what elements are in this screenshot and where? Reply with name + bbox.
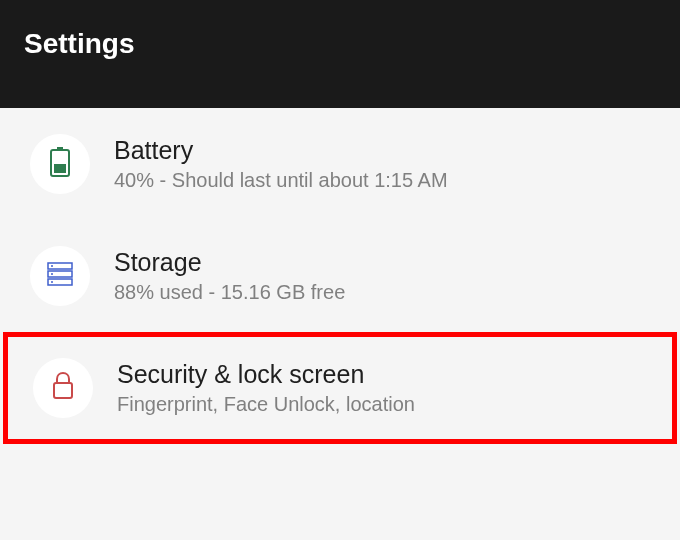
settings-item-battery[interactable]: Battery 40% - Should last until about 1:… xyxy=(0,108,680,220)
settings-item-subtitle: 88% used - 15.16 GB free xyxy=(114,281,345,304)
settings-item-text: Security & lock screen Fingerprint, Face… xyxy=(117,360,415,416)
svg-point-7 xyxy=(51,273,53,275)
security-icon-circle xyxy=(33,358,93,418)
settings-item-security[interactable]: Security & lock screen Fingerprint, Face… xyxy=(3,332,677,444)
lock-icon xyxy=(51,371,75,405)
settings-item-title: Security & lock screen xyxy=(117,360,415,389)
svg-point-6 xyxy=(51,265,53,267)
settings-item-subtitle: Fingerprint, Face Unlock, location xyxy=(117,393,415,416)
settings-item-text: Storage 88% used - 15.16 GB free xyxy=(114,248,345,304)
settings-item-title: Battery xyxy=(114,136,448,165)
svg-rect-9 xyxy=(54,383,72,398)
settings-header: Settings xyxy=(0,0,680,108)
svg-point-8 xyxy=(51,281,53,283)
svg-rect-2 xyxy=(54,164,66,173)
storage-icon-circle xyxy=(30,246,90,306)
settings-item-title: Storage xyxy=(114,248,345,277)
settings-item-subtitle: 40% - Should last until about 1:15 AM xyxy=(114,169,448,192)
battery-icon xyxy=(49,147,71,181)
settings-list: Battery 40% - Should last until about 1:… xyxy=(0,108,680,444)
battery-icon-circle xyxy=(30,134,90,194)
settings-item-storage[interactable]: Storage 88% used - 15.16 GB free xyxy=(0,220,680,332)
settings-item-text: Battery 40% - Should last until about 1:… xyxy=(114,136,448,192)
page-title: Settings xyxy=(24,28,656,60)
storage-icon xyxy=(46,260,74,292)
